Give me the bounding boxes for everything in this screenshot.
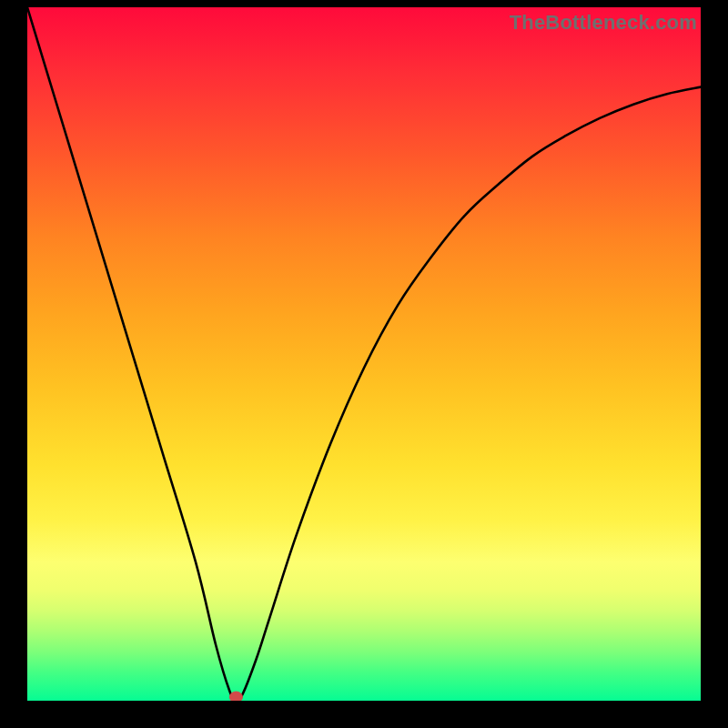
bottleneck-curve — [27, 7, 701, 701]
minimum-marker-icon — [229, 692, 242, 701]
chart-frame: TheBottleneck.com — [0, 0, 728, 728]
curve-svg — [27, 7, 701, 701]
plot-area: TheBottleneck.com — [27, 7, 701, 701]
